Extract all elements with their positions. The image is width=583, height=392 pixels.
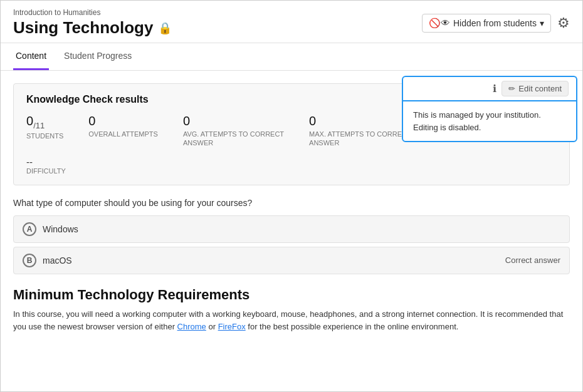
kc-difficulty: -- DIFFICULTY [26, 157, 557, 175]
option-a-label: Windows [43, 224, 78, 234]
question-text: What type of computer should you be usin… [13, 198, 570, 208]
page-title-text: Using Technology [13, 18, 153, 38]
info-icon: ℹ [493, 83, 496, 95]
stat-avg-attempts-label: AVG. ATTEMPTS TO CORRECTANSWER [183, 130, 284, 148]
firefox-link[interactable]: FireFox [218, 322, 246, 331]
stat-max-attempts: 0 MAX. ATTEMPTS TO CORRECTANSWER [309, 114, 411, 148]
stat-max-attempts-label: MAX. ATTEMPTS TO CORRECTANSWER [309, 130, 411, 148]
lock-icon: 🔒 [158, 21, 172, 35]
breadcrumb: Introduction to Humanities [13, 8, 172, 17]
stat-avg-attempts: 0 AVG. ATTEMPTS TO CORRECTANSWER [183, 114, 284, 148]
tab-student-progress[interactable]: Student Progress [61, 43, 134, 70]
edit-content-button[interactable]: ✏ Edit content [502, 81, 569, 96]
tab-content[interactable]: Content [13, 43, 49, 70]
stat-overall-attempts-value: 0 [88, 114, 158, 128]
header-right: 🚫👁 Hidden from students ▾ ⚙ [422, 14, 570, 33]
difficulty-value: -- [26, 157, 557, 167]
hidden-from-students-button[interactable]: 🚫👁 Hidden from students ▾ [422, 14, 551, 33]
option-a-circle: A [23, 222, 36, 236]
answer-option-b: B macOS Correct answer [13, 247, 570, 274]
edit-content-label: Edit content [518, 84, 562, 93]
stat-overall-attempts: 0 OVERALL ATTEMPTS [88, 114, 158, 148]
hidden-btn-label: Hidden from students [453, 18, 537, 28]
section-title: Minimum Technology Requirements [13, 287, 570, 303]
min-tech-section: Minimum Technology Requirements In this … [13, 287, 570, 334]
tabs-row: Content Student Progress [1, 43, 582, 71]
answer-option-a: A Windows [13, 215, 570, 243]
chevron-down-icon: ▾ [540, 18, 544, 28]
stat-avg-attempts-value: 0 [183, 114, 284, 128]
settings-button[interactable]: ⚙ [557, 15, 570, 31]
stat-overall-attempts-label: OVERALL ATTEMPTS [88, 130, 158, 138]
tooltip-area: ℹ ✏ Edit content This is managed by your… [402, 76, 577, 142]
tooltip-message: This is managed by your institution. Edi… [402, 100, 577, 142]
pencil-icon: ✏ [508, 84, 515, 93]
gear-icon: ⚙ [557, 15, 570, 31]
header: Introduction to Humanities Using Technol… [1, 1, 582, 43]
correct-answer-badge: Correct answer [505, 255, 560, 265]
option-b-circle: B [23, 254, 36, 267]
tooltip-bar: ℹ ✏ Edit content [402, 76, 577, 100]
chrome-link[interactable]: Chrome [177, 322, 206, 331]
tooltip-line1: This is managed by your institution. [413, 110, 541, 120]
difficulty-label: DIFFICULTY [26, 167, 557, 175]
option-b-label: macOS [43, 255, 72, 266]
stat-students-value: 0/11 [26, 114, 63, 130]
eye-slash-icon: 🚫👁 [429, 18, 450, 29]
main-content: ℹ ✏ Edit content This is managed by your… [1, 71, 582, 344]
tooltip-line2: Editing is disabled. [413, 123, 481, 132]
section-body-after: for the best possible experience in the … [246, 322, 459, 331]
page-title: Using Technology 🔒 [13, 18, 172, 38]
stat-max-attempts-value: 0 [309, 114, 411, 128]
section-body-between: or [206, 322, 218, 331]
stat-students-label: STUDENTS [26, 132, 63, 140]
header-left: Introduction to Humanities Using Technol… [13, 8, 172, 38]
section-body: In this course, you will need a working … [13, 308, 570, 334]
stat-students: 0/11 STUDENTS [26, 114, 63, 148]
